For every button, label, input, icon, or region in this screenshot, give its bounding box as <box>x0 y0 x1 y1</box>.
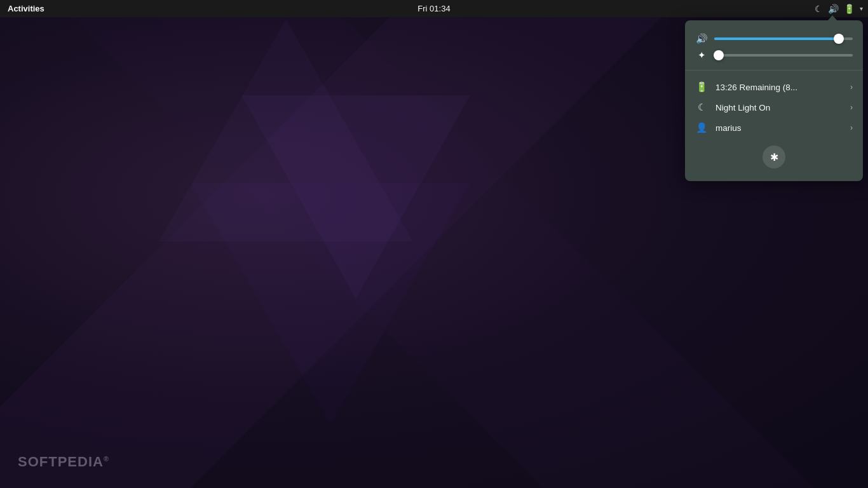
volume-slider[interactable] <box>714 37 853 40</box>
settings-button[interactable]: ✱ <box>763 146 785 168</box>
system-menu: 🔊 ✦ 🔋 13:26 Remaining (8... › ☾ Night Li… <box>685 20 863 181</box>
system-menu-arrow[interactable]: ▾ <box>860 5 863 12</box>
watermark-text: SOFTPEDIA <box>18 454 104 470</box>
user-menu-icon: 👤 <box>695 122 708 133</box>
topbar-left: Activities <box>5 4 47 13</box>
user-arrow: › <box>850 123 853 132</box>
night-light-icon[interactable]: ☾ <box>815 4 823 14</box>
watermark-sup: ® <box>104 455 109 463</box>
battery-arrow: › <box>850 83 853 92</box>
brightness-slider-icon: ✦ <box>695 50 708 61</box>
brightness-row: ✦ <box>685 47 863 64</box>
separator-1 <box>685 70 863 71</box>
volume-slider-icon: 🔊 <box>695 33 708 44</box>
geo-shape-3 <box>191 183 470 424</box>
battery-label: 13:26 Remaining (8... <box>715 83 843 92</box>
volume-fill <box>714 37 839 40</box>
night-light-menu-icon: ☾ <box>695 102 708 113</box>
night-light-menu-item[interactable]: ☾ Night Light On › <box>685 97 863 118</box>
activities-button[interactable]: Activities <box>5 4 47 13</box>
settings-icon: ✱ <box>770 151 778 163</box>
night-light-arrow: › <box>850 103 853 112</box>
volume-row: 🔊 <box>685 30 863 47</box>
brightness-slider[interactable] <box>714 54 853 57</box>
battery-menu-item[interactable]: 🔋 13:26 Remaining (8... › <box>685 77 863 97</box>
user-label: marius <box>715 123 843 133</box>
topbar-right: ☾ 🔊 🔋 ▾ <box>815 4 863 14</box>
battery-icon[interactable]: 🔋 <box>844 4 855 14</box>
night-light-label: Night Light On <box>715 103 843 112</box>
volume-icon[interactable]: 🔊 <box>828 4 839 14</box>
volume-thumb[interactable] <box>834 34 844 44</box>
brightness-thumb[interactable] <box>714 50 724 60</box>
battery-menu-icon: 🔋 <box>695 81 708 93</box>
user-menu-item[interactable]: 👤 marius › <box>685 118 863 138</box>
menu-bottom: ✱ <box>685 138 863 171</box>
softpedia-watermark: SOFTPEDIA® <box>18 454 109 470</box>
datetime-display[interactable]: Fri 01:34 <box>417 4 450 13</box>
topbar: Activities Fri 01:34 ☾ 🔊 🔋 ▾ <box>0 0 868 17</box>
